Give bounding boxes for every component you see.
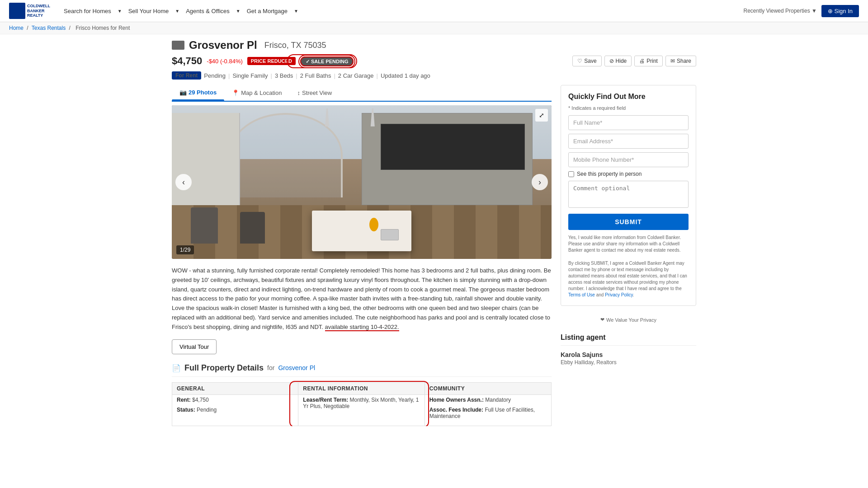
- nav-links: Search for Homes ▼ Sell Your Home ▼ Agen…: [59, 6, 735, 16]
- logo-icon: [9, 3, 25, 19]
- phone-input[interactable]: [568, 152, 689, 167]
- breadcrumb-texas-rentals[interactable]: Texas Rentals: [32, 25, 66, 31]
- next-arrow-icon: ›: [538, 178, 541, 187]
- nav-dropdown-1: ▼: [118, 9, 122, 14]
- property-description: WOW - what a stunning, fully furnished c…: [172, 266, 552, 332]
- tab-map-location[interactable]: 📍 Map & Location: [224, 85, 289, 101]
- detail-rent: Rent: $4,750: [172, 395, 298, 405]
- breadcrumb-home[interactable]: Home: [9, 25, 24, 31]
- virtual-tour-button[interactable]: Virtual Tour: [172, 339, 217, 354]
- photo-expand-button[interactable]: ⤢: [535, 109, 548, 122]
- submit-button[interactable]: SUBMIT: [568, 214, 689, 230]
- breadcrumb-current: Frisco Homes for Rent: [75, 25, 130, 31]
- photo-counter: 1/29: [176, 245, 194, 254]
- quick-find-form: Quickly Find Out More * Indicates a requ…: [561, 85, 696, 306]
- map-pin-icon: 📍: [232, 89, 239, 96]
- community-section-header: COMMUNITY: [425, 383, 551, 395]
- share-icon: ✉: [670, 58, 675, 64]
- property-photo: [172, 105, 552, 259]
- nav-dropdown-2: ▼: [175, 9, 179, 14]
- full-name-input[interactable]: [568, 115, 689, 130]
- nav-dropdown-3: ▼: [236, 9, 241, 14]
- action-buttons: ♡ Save ⊘ Hide 🖨 Print ✉ Share: [572, 56, 696, 66]
- property-type: Single Family: [232, 72, 268, 79]
- two-column-layout: 📷 29 Photos 📍 Map & Location ↕ Street Vi…: [172, 85, 696, 422]
- for-rent-badge: For Rent: [172, 71, 201, 80]
- tab-photos[interactable]: 📷 29 Photos: [172, 85, 224, 101]
- details-document-icon: 📄: [172, 364, 181, 372]
- top-navigation: COLDWELL BANKER REALTY Search for Homes …: [0, 0, 868, 22]
- form-disclaimer-1: Yes, I would like more information from …: [568, 235, 689, 253]
- privacy-note: ❤ We Value Your Privacy: [561, 313, 696, 326]
- details-row: For Rent Pending | Single Family | 3 Bed…: [172, 71, 696, 80]
- right-column: Quickly Find Out More * Indicates a requ…: [561, 85, 696, 366]
- property-address-icon: [172, 41, 184, 50]
- sale-pending-wrapper: ✓ SALE PENDING: [300, 58, 354, 65]
- heart-icon: ♡: [577, 58, 582, 64]
- share-button[interactable]: ✉ Share: [665, 56, 696, 66]
- see-in-person-label: See this property in person: [577, 171, 642, 177]
- price-reduced-badge: PRICE REDUCED: [247, 57, 296, 65]
- nav-right: Recently Viewed Properties ▼ ⊕ Sign In: [744, 5, 859, 17]
- terms-link[interactable]: Terms of Use: [568, 292, 595, 297]
- price-actions-row: $4,750 -$40 (-0.84%) PRICE REDUCED ✓ SAL…: [172, 55, 696, 67]
- breadcrumb-sep2: /: [69, 25, 71, 31]
- breadcrumb: Home / Texas Rentals / Frisco Homes for …: [0, 22, 868, 34]
- comment-textarea[interactable]: [568, 181, 689, 208]
- logo[interactable]: COLDWELL BANKER REALTY: [9, 3, 50, 19]
- left-column: 📷 29 Photos 📍 Map & Location ↕ Street Vi…: [172, 85, 552, 422]
- price-change: -$40 (-0.84%): [207, 58, 242, 65]
- property-photo-area: ‹ › ⤢ 1/29: [172, 105, 552, 259]
- property-baths: 2 Full Baths: [300, 72, 331, 79]
- sale-pending-badge: ✓ SALE PENDING: [300, 56, 354, 66]
- expand-icon: ⤢: [539, 112, 544, 119]
- prev-arrow-icon: ‹: [182, 178, 185, 187]
- see-in-person-checkbox[interactable]: [568, 171, 574, 177]
- heart-privacy-icon: ❤: [600, 317, 604, 323]
- property-garage: 2 Car Garage: [338, 72, 374, 79]
- form-disclaimer-2: By clicking SUBMIT, I agree a Coldwell B…: [568, 260, 689, 298]
- privacy-link[interactable]: Privacy Policy: [605, 292, 633, 297]
- details-section-general: GENERAL Rent: $4,750 Status: Pending: [172, 383, 298, 426]
- print-icon: 🖨: [639, 58, 645, 64]
- nav-search-homes[interactable]: Search for Homes: [59, 6, 116, 16]
- listing-agent-section: Listing agent Karola Sajuns Ebby Hallida…: [561, 333, 696, 366]
- sign-in-button[interactable]: ⊕ Sign In: [821, 5, 859, 17]
- hide-button[interactable]: ⊘ Hide: [604, 56, 632, 66]
- status-pending: Pending: [204, 72, 226, 79]
- see-in-person-row: See this property in person: [568, 171, 689, 177]
- sale-pending-check: ✓: [306, 59, 310, 64]
- save-button[interactable]: ♡ Save: [572, 56, 601, 66]
- nav-agents-offices[interactable]: Agents & Offices: [181, 6, 234, 16]
- property-header: Grosvenor Pl Frisco, TX 75035: [172, 39, 696, 52]
- logo-text: COLDWELL BANKER REALTY: [27, 4, 50, 18]
- recently-viewed-link[interactable]: Recently Viewed Properties ▼: [744, 8, 817, 14]
- hide-icon: ⊘: [609, 58, 614, 64]
- email-input[interactable]: [568, 134, 689, 149]
- property-beds: 3 Beds: [275, 72, 293, 79]
- property-updated: Updated 1 day ago: [381, 72, 430, 79]
- property-location: Frisco, TX 75035: [264, 41, 326, 50]
- breadcrumb-sep1: /: [27, 25, 28, 31]
- detail-hoa: Home Owners Assn.: Mandatory: [425, 395, 551, 405]
- price-left: $4,750 -$40 (-0.84%) PRICE REDUCED ✓ SAL…: [172, 55, 572, 67]
- print-button[interactable]: 🖨 Print: [634, 56, 663, 66]
- full-details-header: 📄 Full Property Details for Grosvenor Pl: [172, 363, 552, 377]
- agent-company: Ebby Halliday, Realtors: [561, 359, 696, 366]
- description-highlighted: available starting 10-4-2022.: [325, 324, 399, 331]
- main-content: Grosvenor Pl Frisco, TX 75035 $4,750 -$4…: [163, 34, 705, 426]
- detail-lease-term: Lease/Rent Term: Monthly, Six Month, Yea…: [298, 395, 424, 411]
- quick-form-title: Quickly Find Out More: [568, 93, 689, 101]
- details-section-rental: RENTAL INFORMATION Lease/Rent Term: Mont…: [298, 383, 425, 426]
- property-title: Grosvenor Pl: [189, 39, 257, 52]
- listing-agent-title: Listing agent: [561, 333, 696, 346]
- tab-street-view[interactable]: ↕ Street View: [289, 85, 340, 101]
- detail-status: Status: Pending: [172, 405, 298, 415]
- nav-get-mortgage[interactable]: Get a Mortgage: [242, 6, 292, 16]
- nav-sell-home[interactable]: Sell Your Home: [124, 6, 174, 16]
- photo-prev-button[interactable]: ‹: [175, 174, 192, 190]
- required-note: * Indicates a required field: [568, 105, 689, 111]
- photo-next-button[interactable]: ›: [532, 174, 548, 190]
- detail-assoc-fees: Assoc. Fees Include: Full Use of Facilit…: [425, 405, 551, 421]
- tab-row: 📷 29 Photos 📍 Map & Location ↕ Street Vi…: [172, 85, 552, 102]
